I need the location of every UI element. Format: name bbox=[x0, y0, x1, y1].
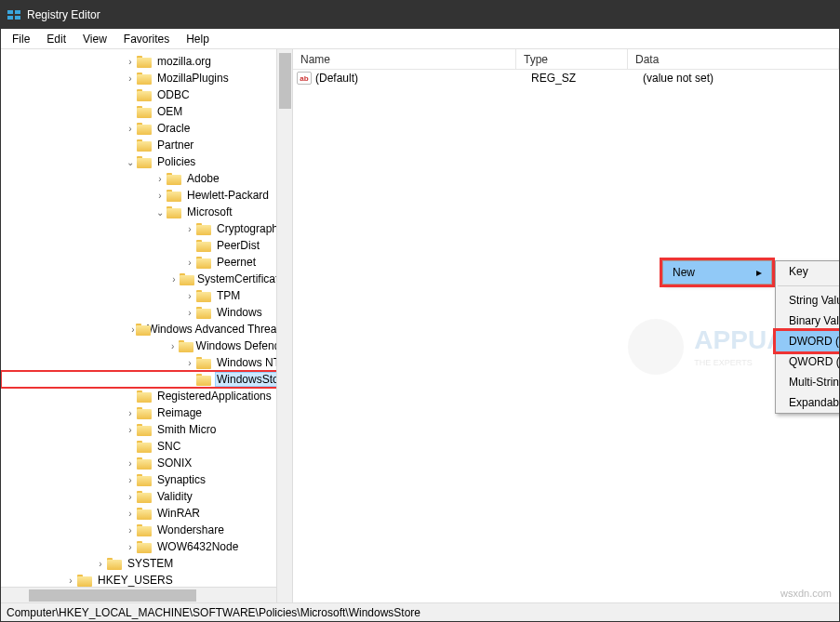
context-item[interactable]: QWORD (64-bit) Value bbox=[776, 351, 839, 372]
menu-view[interactable]: View bbox=[75, 31, 114, 47]
tree-node[interactable]: ›Synaptics bbox=[1, 471, 292, 488]
column-data[interactable]: Data bbox=[628, 49, 839, 69]
tree-node[interactable]: ›Peernet bbox=[1, 254, 292, 271]
folder-icon bbox=[137, 139, 152, 152]
tree-node[interactable]: ›Wondershare bbox=[1, 522, 292, 538]
value-row[interactable]: ab(Default)REG_SZ(value not set) bbox=[293, 70, 839, 86]
tree-node[interactable]: ›WOW6432Node bbox=[1, 538, 292, 555]
tree-node[interactable]: ·Partner bbox=[1, 137, 292, 153]
chevron-right-icon[interactable]: › bbox=[183, 258, 196, 268]
cell-type: REG_SZ bbox=[531, 72, 643, 85]
chevron-right-icon[interactable]: › bbox=[153, 191, 167, 201]
tree-node[interactable]: ›SYSTEM bbox=[1, 555, 292, 572]
folder-icon bbox=[137, 106, 152, 118]
tree-node[interactable]: ›WinRAR bbox=[1, 505, 292, 522]
tree-node[interactable]: ›SONIX bbox=[1, 455, 292, 471]
column-name[interactable]: Name bbox=[293, 49, 516, 69]
tree-node[interactable]: ·WindowsStore bbox=[1, 371, 292, 388]
tree-node[interactable]: ›MozillaPlugins bbox=[1, 70, 292, 86]
chevron-right-icon[interactable]: › bbox=[168, 274, 180, 285]
tree-node[interactable]: ›Windows Defender bbox=[1, 337, 292, 354]
tree-node[interactable]: ·SNC bbox=[1, 438, 292, 455]
tree-node[interactable]: ›Windows NT bbox=[1, 354, 292, 371]
tree-node[interactable]: ›mozilla.org bbox=[1, 53, 292, 70]
tree-node[interactable]: ›Windows Advanced Threat P bbox=[1, 321, 292, 337]
tree-node[interactable]: ›Cryptography bbox=[1, 220, 292, 237]
twist-none-icon: · bbox=[183, 241, 196, 251]
chevron-right-icon[interactable]: › bbox=[183, 358, 196, 368]
chevron-right-icon[interactable]: › bbox=[94, 559, 107, 569]
chevron-down-icon[interactable]: ⌄ bbox=[153, 207, 167, 218]
chevron-right-icon[interactable]: › bbox=[124, 492, 137, 502]
chevron-right-icon[interactable]: › bbox=[183, 308, 196, 318]
chevron-right-icon[interactable]: › bbox=[183, 224, 196, 234]
context-item[interactable]: Key bbox=[776, 261, 839, 282]
folder-icon bbox=[137, 123, 152, 135]
column-headers[interactable]: Name Type Data bbox=[293, 49, 839, 70]
chevron-right-icon[interactable]: › bbox=[167, 341, 178, 351]
tree-node[interactable]: ›Adobe bbox=[1, 170, 292, 187]
chevron-right-icon[interactable]: › bbox=[64, 576, 77, 586]
chevron-right-icon[interactable]: › bbox=[124, 57, 137, 67]
tree-node[interactable]: ·ODBC bbox=[1, 86, 292, 103]
menu-file[interactable]: File bbox=[5, 31, 37, 47]
tree-node[interactable]: ›Hewlett-Packard bbox=[1, 187, 292, 204]
tree-node[interactable]: ›TPM bbox=[1, 287, 292, 304]
menu-help[interactable]: Help bbox=[179, 31, 217, 47]
twist-none-icon: · bbox=[124, 442, 137, 452]
folder-icon bbox=[137, 73, 152, 85]
tree-node[interactable]: ›Smith Micro bbox=[1, 421, 292, 438]
chevron-right-icon[interactable]: › bbox=[124, 425, 137, 435]
context-submenu-new[interactable]: KeyString ValueBinary ValueDWORD (32-bit… bbox=[775, 260, 839, 414]
cell-data: (value not set) bbox=[643, 72, 839, 85]
tree-node[interactable]: ·OEM bbox=[1, 103, 292, 120]
tree-node-label: Hewlett-Packard bbox=[185, 189, 271, 202]
chevron-right-icon[interactable]: › bbox=[124, 124, 137, 134]
chevron-right-icon[interactable]: › bbox=[124, 73, 137, 84]
tree-node[interactable]: ›SystemCertificates bbox=[1, 271, 292, 287]
chevron-right-icon[interactable]: › bbox=[183, 291, 196, 301]
tree-node[interactable]: ›Windows bbox=[1, 304, 292, 321]
tree-node[interactable]: ⌄Microsoft bbox=[1, 204, 292, 220]
tree-node[interactable]: ›Oracle bbox=[1, 120, 292, 137]
context-item[interactable]: String Value bbox=[776, 290, 839, 311]
tree-pane[interactable]: ›mozilla.org›MozillaPlugins·ODBC·OEM›Ora… bbox=[1, 49, 293, 602]
context-new[interactable]: New ▸ bbox=[663, 261, 771, 284]
tree-node-label: RegisteredApplications bbox=[155, 390, 273, 403]
chevron-right-icon[interactable]: › bbox=[124, 458, 137, 469]
context-item[interactable]: Binary Value bbox=[776, 311, 839, 331]
folder-icon bbox=[196, 307, 211, 319]
tree-node-label: Oracle bbox=[155, 122, 192, 135]
folder-icon bbox=[196, 223, 211, 235]
tree-node-label: Wondershare bbox=[155, 523, 226, 536]
menu-edit[interactable]: Edit bbox=[39, 31, 73, 47]
tree-node[interactable]: ›Validity bbox=[1, 488, 292, 505]
context-item[interactable]: Expandable String Value bbox=[776, 392, 839, 413]
chevron-right-icon[interactable]: › bbox=[153, 174, 167, 184]
menubar: File Edit View Favorites Help bbox=[1, 29, 839, 49]
twist-none-icon: · bbox=[124, 107, 137, 117]
chevron-right-icon[interactable]: › bbox=[124, 408, 137, 418]
folder-icon bbox=[179, 340, 191, 352]
folder-icon bbox=[196, 290, 211, 302]
tree-node[interactable]: ⌄Policies bbox=[1, 153, 292, 170]
tree-node[interactable]: ·RegisteredApplications bbox=[1, 388, 292, 404]
context-menu[interactable]: New ▸ bbox=[662, 260, 772, 285]
values-pane[interactable]: Name Type Data ab(Default)REG_SZ(value n… bbox=[293, 49, 839, 602]
tree-node[interactable]: ›Reimage bbox=[1, 404, 292, 421]
chevron-right-icon[interactable]: › bbox=[124, 509, 137, 519]
chevron-right-icon[interactable]: › bbox=[124, 525, 137, 536]
status-path: Computer\HKEY_LOCAL_MACHINE\SOFTWARE\Pol… bbox=[7, 606, 420, 619]
menu-favorites[interactable]: Favorites bbox=[116, 31, 177, 47]
tree-node[interactable]: ·PeerDist bbox=[1, 237, 292, 254]
context-item[interactable]: DWORD (32-bit) Value bbox=[776, 331, 839, 351]
tree-vscrollbar[interactable] bbox=[276, 49, 292, 602]
chevron-down-icon[interactable]: ⌄ bbox=[124, 157, 137, 167]
chevron-right-icon[interactable]: › bbox=[124, 542, 137, 552]
column-type[interactable]: Type bbox=[516, 49, 628, 69]
tree-hscrollbar[interactable] bbox=[1, 587, 276, 602]
tree-node-label: Adobe bbox=[185, 172, 221, 185]
context-item[interactable]: Multi-String Value bbox=[776, 372, 839, 392]
tree-node-label: Validity bbox=[155, 490, 194, 503]
chevron-right-icon[interactable]: › bbox=[124, 475, 137, 485]
